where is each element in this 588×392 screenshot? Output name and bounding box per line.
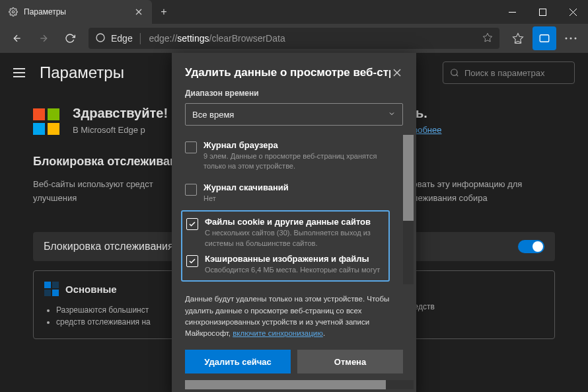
tab-title: Параметры bbox=[24, 7, 128, 17]
dialog-scrollbar-vertical[interactable] bbox=[403, 135, 414, 284]
addr-separator: │ bbox=[138, 33, 144, 44]
clear-now-button[interactable]: Удалить сейчас bbox=[185, 350, 291, 373]
enable-sync-link[interactable]: включите синхронизацию bbox=[233, 329, 323, 337]
svg-marker-10 bbox=[483, 33, 492, 42]
item-sub: Освободится 6,4 МБ места. Некоторые сайт… bbox=[205, 265, 385, 275]
checkbox-cookies[interactable] bbox=[186, 218, 198, 230]
address-bar[interactable]: Edge │ edge://settings/clearBrowserData bbox=[89, 28, 499, 49]
time-range-select[interactable]: Все время bbox=[185, 103, 403, 126]
window-controls bbox=[497, 0, 588, 24]
item-browser-history: Журнал браузера 9 элем. Данные о просмот… bbox=[185, 135, 396, 177]
clear-data-dialog: Удалить данные о просмотре веб-стра Диап… bbox=[172, 53, 416, 392]
time-range-value: Все время bbox=[192, 110, 234, 120]
gear-icon bbox=[8, 7, 18, 17]
window-close-button[interactable] bbox=[558, 0, 588, 24]
tracking-toggle[interactable] bbox=[518, 240, 544, 253]
collections-icon[interactable] bbox=[533, 26, 556, 50]
edge-icon bbox=[95, 32, 106, 45]
browser-tab[interactable]: Параметры bbox=[0, 0, 152, 24]
favorites-icon[interactable] bbox=[506, 26, 530, 50]
item-downloads-history: Журнал скачиваний Нет bbox=[185, 177, 396, 209]
checkbox-browser-history[interactable] bbox=[185, 141, 197, 153]
search-placeholder: Поиск в параметрах bbox=[464, 68, 545, 78]
favorite-icon[interactable] bbox=[482, 32, 493, 45]
search-icon bbox=[450, 68, 459, 77]
dialog-title: Удалить данные о просмотре веб-стра bbox=[185, 66, 390, 79]
new-tab-button[interactable]: + bbox=[152, 6, 176, 18]
svg-rect-13 bbox=[540, 35, 549, 42]
focused-group: Файлы cookie и другие данные сайтов С не… bbox=[181, 210, 390, 282]
item-cached-images: Кэшированные изображения и файлы Освобод… bbox=[186, 251, 385, 278]
title-bar: Параметры + bbox=[0, 0, 588, 24]
menu-icon[interactable] bbox=[13, 65, 29, 81]
svg-point-15 bbox=[570, 38, 572, 40]
data-type-list: Журнал браузера 9 элем. Данные о просмот… bbox=[185, 135, 403, 284]
dialog-note: Данные будут удалены только на этом устр… bbox=[172, 284, 416, 350]
svg-point-16 bbox=[575, 38, 577, 40]
addr-url: edge://settings/clearBrowserData bbox=[149, 33, 285, 44]
browser-toolbar: Edge │ edge://settings/clearBrowserData bbox=[0, 24, 588, 53]
forward-button[interactable] bbox=[32, 26, 55, 50]
close-tab-icon[interactable] bbox=[133, 7, 144, 17]
dialog-scrollbar-horizontal[interactable] bbox=[185, 380, 414, 389]
card-basic-title: Основные bbox=[65, 284, 117, 295]
cancel-button[interactable]: Отмена bbox=[297, 350, 403, 373]
svg-point-9 bbox=[96, 34, 104, 42]
svg-line-18 bbox=[457, 75, 459, 77]
item-title: Журнал скачиваний bbox=[203, 182, 396, 192]
item-title: Файлы cookie и другие данные сайтов bbox=[205, 217, 385, 227]
svg-point-0 bbox=[12, 11, 15, 13]
dialog-close-icon[interactable] bbox=[390, 66, 403, 79]
refresh-button[interactable] bbox=[58, 26, 82, 50]
svg-point-17 bbox=[451, 69, 457, 75]
search-input[interactable]: Поиск в параметрах bbox=[443, 61, 575, 84]
svg-point-14 bbox=[566, 38, 568, 40]
chevron-down-icon bbox=[388, 110, 396, 120]
item-title: Журнал браузера bbox=[203, 140, 396, 150]
item-cookies: Файлы cookie и другие данные сайтов С не… bbox=[186, 214, 385, 251]
svg-marker-11 bbox=[513, 34, 523, 43]
edge-label: Edge bbox=[111, 33, 133, 44]
basic-icon bbox=[44, 282, 59, 296]
maximize-button[interactable] bbox=[527, 0, 558, 24]
item-sub: С нескольких сайтов (30). Выполняется вы… bbox=[205, 228, 385, 249]
back-button[interactable] bbox=[5, 26, 29, 50]
checkbox-cached-images[interactable] bbox=[186, 255, 198, 267]
more-icon[interactable] bbox=[559, 26, 583, 50]
tracking-toggle-label: Блокировка отслеживания bbox=[44, 241, 174, 253]
minimize-button[interactable] bbox=[497, 0, 527, 24]
svg-rect-4 bbox=[539, 9, 546, 15]
checkbox-downloads-history[interactable] bbox=[185, 184, 197, 196]
time-range-label: Диапазон времени bbox=[172, 89, 416, 103]
item-title: Кэшированные изображения и файлы bbox=[205, 254, 385, 264]
item-sub: Нет bbox=[203, 194, 396, 204]
item-sub: 9 элем. Данные о просмотре веб-страниц х… bbox=[203, 151, 396, 172]
microsoft-logo-icon bbox=[33, 108, 59, 135]
